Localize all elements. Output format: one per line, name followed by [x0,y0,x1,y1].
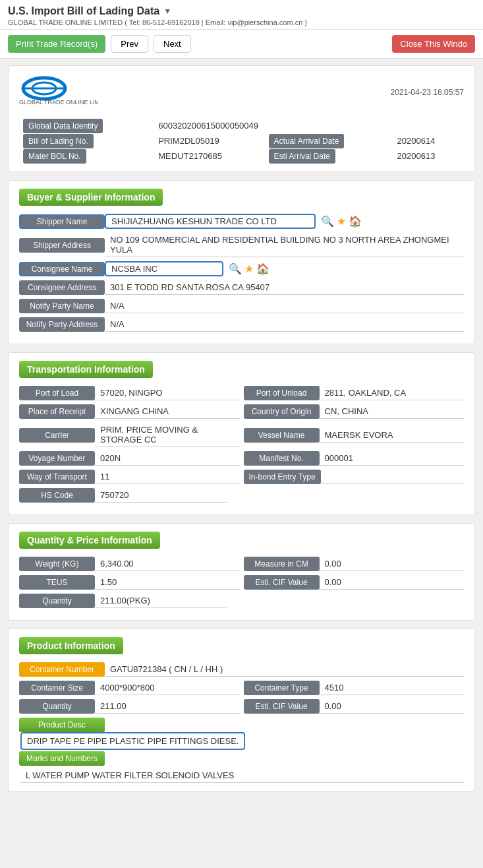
shipper-address-label: Shipper Address [19,238,105,253]
star-icon-2[interactable]: ★ [244,263,254,275]
consignee-name-label: Consignee Name [19,262,105,276]
transportation-section: Transportation Information Port of Load … [8,352,475,515]
container-type-label: Container Type [244,681,320,695]
voyage-number-field: Voyage Number 020N [19,451,240,466]
actual-arrival-date-label: Actual Arrival Date [269,134,345,148]
port-of-unload-field: Port of Unload 2811, OAKLAND, CA [244,386,465,400]
shipper-address-row: Shipper Address NO 109 COMMERCIAL AND RE… [19,233,464,257]
quantity-price-section: Quantity & Price Information Weight (KG)… [8,523,475,621]
notify-party-address-label: Notify Party Address [19,317,105,332]
weight-kg-label: Weight (KG) [19,557,95,571]
search-icon[interactable]: 🔍 [321,215,334,228]
record-info-card: GLOBAL TRADE ONLINE LIMITED 2021-04-23 1… [8,65,475,172]
consignee-address-value: 301 E TODD RD SANTA ROSA CA 95407 [105,280,464,295]
voyage-number-value: 020N [95,451,240,466]
quantity-product-field: Quantity 211.00 [19,699,240,714]
teus-label: TEUS [19,575,95,590]
voyage-number-label: Voyage Number [19,451,95,466]
measure-in-cm-value: 0.00 [320,557,465,571]
marks-and-numbers-label-row: Marks and Numbers [19,751,464,766]
consignee-name-row: Consignee Name NCSBA INC 🔍 ★ 🏠 [19,261,464,276]
esti-cif-value-1: 0.00 [320,575,465,590]
esti-cif-product-label: Esti. CIF Value [244,699,320,714]
esti-cif-value-field: Esti. CIF Value 0.00 [244,575,465,590]
transportation-title: Transportation Information [19,361,153,378]
manifest-no-label: Manifest No. [244,451,320,466]
quantity-product-label: Quantity [19,699,95,714]
notify-party-address-row: Notify Party Address N/A [19,317,464,332]
container-type-field: Container Type 4510 [244,681,465,695]
quantity-price-title: Quantity & Price Information [19,532,160,549]
vessel-name-label: Vessel Name [244,428,320,443]
vessel-name-value: MAERSK EVORA [320,428,465,443]
print-button[interactable]: Print Trade Record(s) [8,35,105,53]
shipper-name-label: Shipper Name [19,214,105,229]
notify-party-name-value: N/A [105,299,464,313]
esti-arrival-date-label: Esti Arrival Date [269,149,335,164]
shipper-name-row: Shipper Name SHIJIAZHUANG KESHUN TRADE C… [19,214,464,229]
mater-bol-label: Mater BOL No. [23,149,86,164]
container-size-label: Container Size [19,681,95,695]
place-of-receipt-value: XINGANG CHINA [95,404,240,419]
in-bond-entry-type-value [321,470,464,484]
marks-and-numbers-label: Marks and Numbers [19,751,105,766]
port-of-load-field: Port of Load 57020, NINGPO [19,386,240,400]
page-title: U.S. Import Bill of Lading Data [8,5,159,17]
quantity-qp-row: Quantity 211.00(PKG) [19,594,464,608]
prev-button[interactable]: Prev [111,35,148,53]
way-of-transport-label: Way of Transport [19,470,95,484]
record-info-table: Global Data Identity 6003202006150000500… [19,118,464,164]
measure-in-cm-label: Measure in CM [244,557,320,571]
container-number-value: GATU8721384 ( CN / L / HH ) [105,662,464,677]
manifest-no-value: 000001 [320,451,465,466]
weight-kg-field: Weight (KG) 6,340.00 [19,557,240,571]
port-of-load-label: Port of Load [19,386,95,400]
weight-kg-value: 6,340.00 [95,557,240,571]
home-icon-2[interactable]: 🏠 [256,263,270,275]
dropdown-arrow-icon[interactable]: ▼ [163,7,171,16]
close-button[interactable]: Close This Windo [392,35,475,53]
actual-arrival-date-value: 20200614 [393,133,464,148]
container-size-field: Container Size 4000*900*800 [19,681,240,695]
svg-text:GLOBAL TRADE ONLINE LIMITED: GLOBAL TRADE ONLINE LIMITED [19,99,98,106]
port-of-unload-value: 2811, OAKLAND, CA [320,386,465,400]
carrier-label: Carrier [19,428,95,443]
global-data-identity-value: 600320200615000050049 [154,118,464,133]
company-logo: GLOBAL TRADE ONLINE LIMITED [19,74,98,110]
product-desc-value: DRIP TAPE PE PIPE PLASTIC PIPE FITTINGS … [20,732,245,750]
teus-field: TEUS 1.50 [19,575,240,590]
esti-cif-product-field: Esti. CIF Value 0.00 [244,699,465,714]
next-button[interactable]: Next [154,35,191,53]
place-of-receipt-label: Place of Receipt [19,404,95,419]
mater-bol-value: MEDUT2170685 [154,148,264,164]
in-bond-entry-type-field: In-bond Entry Type [244,470,465,484]
quantity-qp-label: Quantity [19,594,95,608]
vessel-name-field: Vessel Name MAERSK EVORA [244,423,465,447]
hs-code-row: HS Code 750720 [19,488,464,503]
country-of-origin-label: Country of Origin [244,404,320,419]
shipper-address-value: NO 109 COMMERCIAL AND RESIDENTIAL BUILDI… [105,233,464,257]
consignee-address-row: Consignee Address 301 E TODD RD SANTA RO… [19,280,464,295]
buyer-supplier-section: Buyer & Supplier Information Shipper Nam… [8,180,475,344]
hs-code-label: HS Code [19,488,95,503]
product-desc-row: Product Desc [19,718,464,732]
country-of-origin-field: Country of Origin CN, CHINA [244,404,465,419]
place-of-receipt-field: Place of Receipt XINGANG CHINA [19,404,240,419]
star-icon[interactable]: ★ [337,215,346,228]
hs-code-value: 750720 [95,488,227,503]
esti-cif-value-label: Esti. CIF Value [244,575,320,590]
product-section: Product Information Container Number GAT… [8,629,475,791]
container-type-value: 4510 [320,681,465,695]
manifest-no-field: Manifest No. 000001 [244,451,465,466]
quantity-product-value: 211.00 [95,699,240,714]
carrier-value: PRIM, PRICE MOVING & STORAGE CC [95,423,240,447]
consignee-name-value: NCSBA INC [105,261,223,276]
country-of-origin-value: CN, CHINA [320,404,465,419]
way-of-transport-value: 11 [95,470,240,484]
quantity-qp-value: 211.00(PKG) [95,594,227,608]
notify-party-name-label: Notify Party Name [19,299,105,313]
search-icon-2[interactable]: 🔍 [229,263,242,275]
home-icon[interactable]: 🏠 [349,215,362,228]
consignee-address-label: Consignee Address [19,280,105,295]
container-number-row: Container Number GATU8721384 ( CN / L / … [19,662,464,677]
